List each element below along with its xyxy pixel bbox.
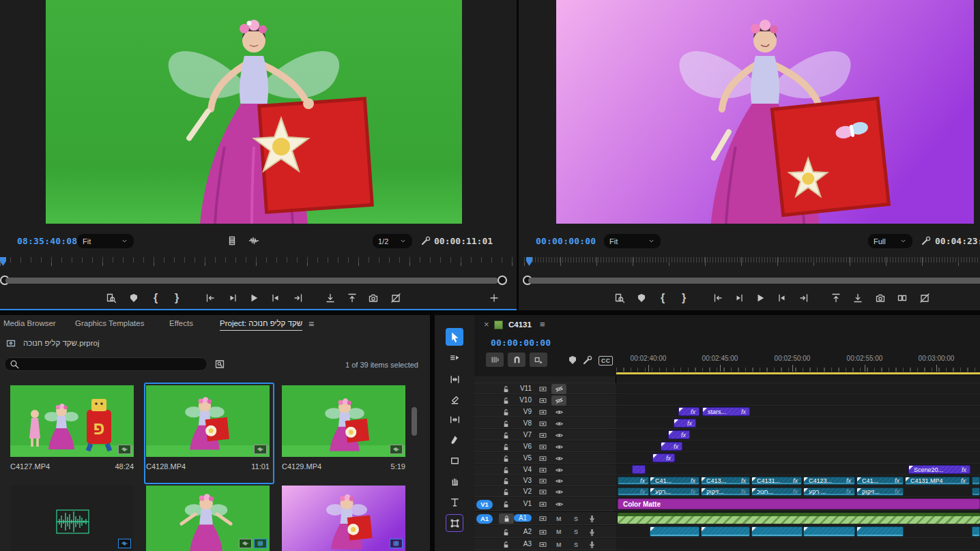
- source-patch-V1[interactable]: V1: [476, 500, 493, 509]
- program-zoom-scrollbar[interactable]: [528, 278, 980, 284]
- track-name-V11[interactable]: V11: [511, 385, 532, 392]
- timeline-clip-רקע ...[interactable]: רקע ...fx: [803, 488, 855, 496]
- timeline-clip[interactable]: fx: [618, 477, 649, 485]
- solo-button[interactable]: S: [574, 528, 578, 535]
- track-header-V2[interactable]: V2: [474, 487, 616, 497]
- timeline-clip-C41...[interactable]: C41...fx: [856, 477, 904, 485]
- panel-menu-icon[interactable]: ≡: [540, 319, 545, 329]
- lift-button[interactable]: [828, 290, 844, 306]
- captions-icon[interactable]: CC: [599, 356, 613, 366]
- timeline-clip-רקע...[interactable]: רקע...fx: [650, 488, 700, 496]
- track-target-icon[interactable]: [537, 441, 548, 452]
- timeline-clip-C4131...[interactable]: C4131...fx: [751, 477, 802, 485]
- solo-button[interactable]: S: [574, 516, 578, 522]
- project-item-thumbnail[interactable]: [146, 486, 270, 551]
- go-to-in-button[interactable]: [710, 290, 726, 306]
- track-name-V2[interactable]: V2: [511, 488, 532, 495]
- drag-audio-only-icon[interactable]: [248, 235, 259, 246]
- export-frame-button[interactable]: [365, 290, 381, 306]
- timeline-clip-חנוכ...[interactable]: חנוכ...fx: [751, 488, 802, 496]
- track-row-V9[interactable]: [616, 406, 980, 417]
- search-input[interactable]: [23, 359, 203, 369]
- track-header-V6[interactable]: V6: [474, 441, 616, 452]
- add-marker-button[interactable]: [633, 290, 650, 306]
- source-resolution-select[interactable]: 1/2: [373, 234, 412, 248]
- tool-object-selection[interactable]: [446, 514, 463, 532]
- search-box[interactable]: [4, 357, 207, 371]
- button-editor-button[interactable]: [486, 290, 502, 306]
- project-item-thumbnail[interactable]: פ: [10, 385, 134, 457]
- eye-icon[interactable]: [553, 476, 564, 487]
- source-zoom-select[interactable]: Fit: [77, 234, 134, 248]
- step-forward-button[interactable]: [774, 290, 790, 306]
- eye-icon[interactable]: [553, 430, 564, 441]
- navigate-up-icon[interactable]: [5, 338, 16, 348]
- track-name-V4[interactable]: V4: [511, 466, 532, 473]
- overwrite-button[interactable]: [344, 290, 360, 306]
- mark-out-button[interactable]: }: [676, 290, 692, 306]
- panel-menu-icon[interactable]: ≡: [308, 318, 314, 329]
- track-target-icon[interactable]: [537, 464, 548, 475]
- lock-icon[interactable]: [500, 526, 511, 537]
- mark-in-button[interactable]: {: [147, 290, 164, 306]
- multicam-button[interactable]: [917, 290, 933, 306]
- go-to-out-button[interactable]: [290, 290, 306, 306]
- track-row-A3[interactable]: [616, 539, 980, 550]
- mark-out-button[interactable]: }: [169, 290, 185, 306]
- mic-icon[interactable]: [586, 539, 597, 550]
- sequence-tab[interactable]: C4131: [508, 321, 532, 329]
- mark-in-button[interactable]: {: [654, 290, 671, 306]
- timeline-clip[interactable]: [803, 526, 855, 537]
- zoom-button[interactable]: [611, 290, 628, 306]
- program-resolution-select[interactable]: Full: [868, 234, 912, 248]
- source-time-ruler[interactable]: [0, 257, 517, 267]
- timeline-settings-wrench-icon[interactable]: [582, 355, 593, 366]
- track-target-icon[interactable]: [537, 487, 548, 498]
- timeline-clip[interactable]: fx: [678, 407, 700, 416]
- track-target-icon[interactable]: [537, 476, 548, 487]
- timeline-clip-C4123...[interactable]: C4123...fx: [803, 477, 855, 485]
- track-header-V1[interactable]: V1V1: [474, 498, 616, 511]
- timeline-clip[interactable]: [856, 526, 904, 537]
- project-item-thumbnail[interactable]: [282, 385, 405, 457]
- settings-wrench-icon[interactable]: [921, 235, 932, 246]
- tool-rectangle[interactable]: [446, 451, 463, 469]
- eye-icon[interactable]: [553, 487, 564, 498]
- lock-icon[interactable]: [499, 513, 514, 524]
- track-header-V3[interactable]: V3: [474, 476, 616, 486]
- tab-media-browser[interactable]: Media Browser: [3, 319, 56, 327]
- solo-button[interactable]: S: [574, 541, 578, 548]
- track-target-icon[interactable]: [537, 513, 548, 524]
- track-header-A1[interactable]: A1A1MS: [474, 512, 616, 525]
- tool-ripple-edit[interactable]: [446, 370, 463, 388]
- timeline-clip-Color Matte[interactable]: Color Matte: [618, 498, 980, 509]
- track-target-icon[interactable]: [537, 406, 548, 417]
- multicam-button[interactable]: [388, 290, 404, 306]
- timeline-clip-C4131.MP4[interactable]: C4131.MP4fx: [905, 477, 970, 485]
- timeline-clip[interactable]: fx: [674, 419, 696, 428]
- find-in-bin-icon[interactable]: [214, 359, 225, 370]
- track-name-V10[interactable]: V10: [511, 396, 532, 404]
- mute-button[interactable]: M: [556, 541, 562, 548]
- add-marker-icon[interactable]: [567, 355, 578, 366]
- track-header-A3[interactable]: A3MS: [474, 539, 616, 550]
- track-header-V11[interactable]: V11: [474, 383, 616, 394]
- timeline-clip[interactable]: [751, 526, 803, 537]
- track-header-A2[interactable]: A2MS: [474, 526, 616, 538]
- timeline-clip[interactable]: [972, 477, 980, 485]
- step-back-button[interactable]: [225, 290, 241, 306]
- lock-icon[interactable]: [500, 487, 511, 498]
- insert-button[interactable]: [322, 290, 338, 306]
- eye-icon[interactable]: [553, 441, 564, 452]
- track-name-V6[interactable]: V6: [511, 443, 532, 450]
- timeline-clip-זיקוק...[interactable]: זיקוק...fx: [701, 488, 750, 496]
- track-target-icon[interactable]: [537, 383, 548, 394]
- track-name-V5[interactable]: V5: [511, 454, 532, 462]
- track-header-V10[interactable]: V10: [474, 395, 616, 406]
- tool-selection[interactable]: [446, 328, 463, 346]
- lock-icon[interactable]: [500, 406, 511, 417]
- timeline-current-time[interactable]: 00:00:00:00: [491, 338, 551, 348]
- track-name-A2[interactable]: A2: [511, 528, 532, 535]
- tool-razor[interactable]: [446, 391, 463, 408]
- track-name-A1[interactable]: A1: [514, 514, 532, 522]
